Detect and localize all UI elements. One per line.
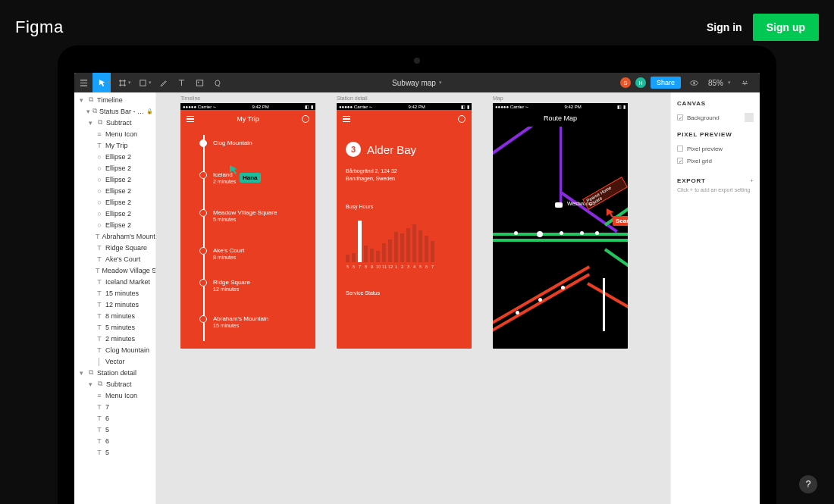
- auth-buttons: Sign in Sign up: [707, 14, 819, 41]
- stop-name: Ridge Square: [213, 279, 250, 286]
- stop-time: 2 minutes: [213, 179, 236, 185]
- layer-row[interactable]: T2 minutes: [74, 333, 155, 344]
- layer-row[interactable]: ○Ellipse 2: [74, 162, 155, 174]
- layer-type-icon: ○: [96, 176, 103, 183]
- layer-row[interactable]: ○Ellipse 2: [74, 151, 155, 162]
- caret-icon[interactable]: ▾: [149, 80, 152, 86]
- avatar-s[interactable]: S: [620, 77, 631, 88]
- layer-row[interactable]: ▾⧉Status Bar - …🔒: [74, 105, 155, 117]
- image-tool-icon[interactable]: [190, 73, 208, 92]
- share-button[interactable]: Share: [651, 77, 681, 89]
- layer-label: 6: [105, 415, 109, 422]
- canvas[interactable]: Timeline ●●●●● Carrier ⏦ 9:42 PM ◧ ▮ My …: [156, 92, 670, 504]
- layer-row[interactable]: ▾⧉Station detail: [74, 367, 155, 378]
- artboard-map[interactable]: Map ●●●●● Carrier ⏦ 9:42 PM ◧ ▮ Route Ma…: [493, 103, 628, 349]
- chart-x-label: 6: [352, 265, 356, 269]
- layer-label: 5 minutes: [105, 324, 135, 331]
- layer-row[interactable]: TRidge Square: [74, 242, 155, 253]
- layer-label: 5: [105, 426, 109, 434]
- figma-toolbar: ▾ ▾ ▾ Subway map ▾ S H Share 85% ▾: [74, 73, 760, 92]
- text-tool-icon[interactable]: [172, 73, 190, 92]
- layer-row[interactable]: T7: [74, 401, 155, 412]
- comment-tool-icon[interactable]: [208, 73, 227, 92]
- layer-row[interactable]: TIceland Market: [74, 276, 155, 287]
- color-swatch[interactable]: [745, 113, 754, 122]
- background-row[interactable]: ✓ Background: [677, 111, 754, 124]
- avatar-h[interactable]: H: [635, 77, 646, 88]
- layer-row[interactable]: T6: [74, 412, 155, 424]
- phone-header: My Trip: [180, 110, 315, 128]
- layer-row[interactable]: T12 minutes: [74, 299, 155, 310]
- artboard-timeline[interactable]: Timeline ●●●●● Carrier ⏦ 9:42 PM ◧ ▮ My …: [180, 103, 315, 349]
- stop-dot-icon: [199, 247, 207, 255]
- layer-row[interactable]: │Vector: [74, 355, 155, 367]
- signin-link[interactable]: Sign in: [707, 21, 742, 33]
- layer-type-icon: ⧉: [96, 118, 104, 127]
- chart-bar: [346, 255, 350, 262]
- layer-type-icon: ≡: [96, 130, 103, 138]
- help-button[interactable]: ?: [799, 475, 817, 493]
- layer-row[interactable]: T15 minutes: [74, 287, 155, 299]
- camera-dot: [414, 58, 420, 64]
- zoom-level[interactable]: 85%: [708, 79, 723, 87]
- stop-time: 5 minutes: [213, 217, 277, 223]
- stop-name: Clog Mountain: [213, 139, 252, 147]
- chart-x-label: 6: [425, 265, 428, 269]
- checkbox-icon[interactable]: [677, 146, 683, 152]
- layer-label: Ellipse 2: [105, 153, 131, 161]
- layer-row[interactable]: TAbraham's Mountain: [74, 230, 155, 242]
- layer-row[interactable]: T8 minutes: [74, 310, 155, 321]
- export-hint: Click + to add an export setting: [677, 187, 754, 193]
- layer-row[interactable]: ○Ellipse 2: [74, 208, 155, 219]
- layer-row[interactable]: ○Ellipse 2: [74, 174, 155, 185]
- layers-panel[interactable]: ▾⧉Timeline▾⧉Status Bar - …🔒▾⧉Subtract≡Me…: [74, 92, 156, 504]
- layer-row[interactable]: ▾⧉Timeline: [74, 94, 155, 105]
- layer-label: Clog Mountain: [105, 346, 149, 354]
- caret-icon[interactable]: ▾: [108, 80, 111, 86]
- layer-row[interactable]: TMeadow Village Square: [74, 265, 155, 276]
- layer-row[interactable]: TClog Mountain: [74, 344, 155, 355]
- pixel-grid-row[interactable]: ✓ Pixel grid: [677, 155, 754, 167]
- layer-row[interactable]: ▾⧉Subtract: [74, 378, 155, 390]
- layer-row[interactable]: T5: [74, 446, 155, 458]
- caret-icon[interactable]: ▾: [128, 80, 131, 86]
- stop-dot-icon: [199, 279, 207, 286]
- checkbox-icon[interactable]: ✓: [677, 158, 683, 164]
- chevron-down-icon[interactable]: ▾: [728, 80, 731, 86]
- layer-row[interactable]: TMy Trip: [74, 139, 155, 151]
- add-export-icon[interactable]: +: [750, 177, 754, 184]
- hamburger-icon[interactable]: [74, 73, 92, 92]
- present-icon[interactable]: [735, 73, 754, 92]
- chart-bar: [364, 246, 368, 262]
- chart-x-label: 4: [412, 265, 416, 269]
- toolbar-left: ▾ ▾ ▾: [74, 73, 227, 92]
- layer-row[interactable]: T6: [74, 435, 155, 446]
- signup-button[interactable]: Sign up: [753, 14, 819, 41]
- chart-bar: [400, 233, 404, 262]
- svg-rect-0: [140, 80, 145, 85]
- gear-icon: [458, 115, 466, 123]
- chart-bar: [431, 241, 434, 262]
- layer-label: Menu Icon: [105, 392, 137, 399]
- layer-type-icon: ○: [96, 221, 103, 229]
- layer-row[interactable]: ○Ellipse 2: [74, 196, 155, 208]
- stop-time: 15 minutes: [213, 323, 268, 329]
- layer-row[interactable]: ≡Menu Icon: [74, 390, 155, 401]
- layer-row[interactable]: T5 minutes: [74, 321, 155, 333]
- layer-row[interactable]: T5: [74, 424, 155, 435]
- document-title[interactable]: Subway map ▾: [392, 79, 442, 87]
- chart-x-label: 7: [358, 265, 362, 269]
- pixel-preview-row[interactable]: Pixel preview: [677, 142, 754, 155]
- artboard-station-detail[interactable]: Station detail ●●●●● Carrier ⏦ 9:42 PM ◧…: [337, 103, 472, 349]
- checkbox-icon[interactable]: ✓: [677, 114, 683, 121]
- layer-row[interactable]: ○Ellipse 2: [74, 185, 155, 196]
- status-bar: ●●●●● Carrier ⏦ 9:42 PM ◧ ▮: [337, 103, 472, 110]
- layer-row[interactable]: ▾⧉Subtract: [74, 117, 155, 128]
- layer-row[interactable]: TAke's Court: [74, 253, 155, 265]
- busy-hours-chart: [346, 217, 462, 262]
- layer-row[interactable]: ≡Menu Icon: [74, 128, 155, 139]
- pen-tool-icon[interactable]: [154, 73, 172, 92]
- view-icon[interactable]: [685, 73, 704, 92]
- layer-row[interactable]: ○Ellipse 2: [74, 219, 155, 230]
- svg-rect-1: [196, 80, 202, 85]
